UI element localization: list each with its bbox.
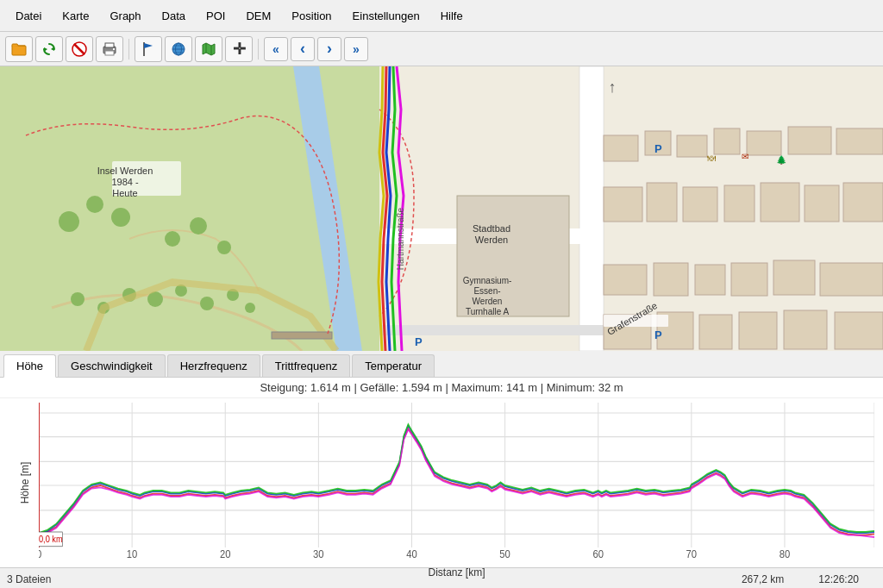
menubar: Datei Karte Graph Data POI DEM Position … (0, 0, 883, 32)
svg-text:↑: ↑ (609, 78, 617, 96)
svg-point-17 (59, 211, 79, 232)
svg-text:40: 40 (406, 547, 417, 560)
svg-text:Insel Werden: Insel Werden (97, 166, 153, 176)
prev-button[interactable]: ‹ (291, 37, 315, 61)
tab-trittfrequenz[interactable]: Trittfrequenz (262, 354, 351, 377)
svg-text:Essen-: Essen- (473, 286, 500, 296)
separator-2 (258, 39, 259, 59)
globe-button[interactable] (165, 36, 192, 62)
svg-text:10: 10 (127, 547, 138, 560)
menu-dem[interactable]: DEM (237, 6, 279, 26)
svg-point-20 (165, 231, 180, 247)
svg-point-30 (245, 303, 255, 313)
svg-marker-1 (51, 47, 54, 51)
svg-text:1984 -: 1984 - (111, 177, 139, 187)
menu-position[interactable]: Position (283, 6, 340, 26)
svg-point-23 (71, 292, 85, 306)
svg-rect-43 (836, 128, 883, 154)
svg-rect-52 (654, 263, 688, 296)
menu-hilfe[interactable]: Hilfe (432, 6, 472, 26)
svg-point-22 (217, 241, 231, 254)
separator-1 (128, 39, 129, 59)
svg-text:P: P (654, 142, 662, 155)
y-axis-label: Höhe [m] (19, 462, 31, 504)
graph-area: Steigung: 1.614 m | Gefälle: 1.594 m | M… (0, 378, 883, 567)
svg-text:0: 0 (39, 547, 41, 560)
svg-rect-55 (773, 260, 815, 295)
svg-rect-59 (699, 315, 732, 349)
svg-point-19 (111, 208, 130, 227)
svg-text:80: 80 (780, 547, 791, 560)
svg-rect-39 (677, 135, 707, 157)
graph-tabs: Höhe Geschwindigkeit Herzfrequenz Trittf… (0, 351, 883, 378)
map-container[interactable]: Insel Werden 1984 - Heute Stadtbad Werde… (0, 66, 883, 351)
open-button[interactable] (5, 36, 33, 62)
flag-button[interactable] (135, 36, 162, 62)
svg-rect-44 (604, 187, 642, 222)
svg-text:Hartmannstraße: Hartmannstraße (396, 207, 405, 270)
svg-text:70: 70 (686, 547, 698, 560)
svg-rect-6 (105, 43, 114, 47)
tab-geschwindigkeit[interactable]: Geschwindigkeit (58, 354, 166, 377)
svg-text:0,0 km: 0,0 km (39, 534, 63, 544)
map-svg: Insel Werden 1984 - Heute Stadtbad Werde… (0, 66, 883, 351)
svg-text:P: P (654, 328, 662, 341)
tab-temperatur[interactable]: Temperatur (352, 354, 435, 377)
svg-text:Werden: Werden (475, 235, 508, 245)
svg-rect-53 (695, 265, 725, 295)
menu-data[interactable]: Data (153, 6, 194, 26)
stop-button[interactable] (66, 36, 93, 62)
svg-text:🌲: 🌲 (776, 154, 787, 166)
crosshair-button[interactable]: ✛ (225, 36, 253, 62)
last-button[interactable]: » (344, 37, 368, 61)
svg-rect-8 (113, 48, 115, 50)
svg-rect-7 (105, 51, 114, 55)
print-button[interactable] (96, 36, 123, 62)
svg-marker-2 (44, 47, 47, 52)
svg-rect-46 (683, 187, 717, 222)
svg-rect-0 (12, 46, 26, 55)
menu-karte[interactable]: Karte (53, 6, 97, 26)
svg-rect-51 (604, 265, 647, 295)
svg-text:Werden: Werden (473, 297, 503, 306)
next-button[interactable]: › (317, 37, 341, 61)
map-button[interactable] (195, 36, 222, 62)
svg-rect-50 (843, 183, 883, 222)
svg-rect-54 (731, 263, 767, 296)
svg-rect-45 (647, 183, 677, 222)
svg-text:Turnhalle A: Turnhalle A (466, 307, 510, 316)
svg-rect-61 (784, 310, 827, 349)
svg-rect-49 (805, 185, 839, 222)
svg-rect-31 (272, 332, 332, 339)
svg-text:60: 60 (592, 547, 604, 560)
svg-text:Stadtbad: Stadtbad (473, 223, 510, 234)
svg-text:P: P (415, 335, 423, 348)
svg-text:50: 50 (499, 547, 510, 560)
svg-rect-56 (820, 263, 883, 296)
svg-text:Gymnasium-: Gymnasium- (463, 276, 512, 285)
svg-point-28 (200, 297, 214, 310)
tab-herzfrequenz[interactable]: Herzfrequenz (167, 354, 260, 377)
svg-text:✉: ✉ (742, 152, 748, 161)
chart-svg: 140 120 100 80 60 40 0 10 20 30 40 50 60… (39, 403, 874, 563)
svg-rect-47 (724, 185, 755, 222)
svg-rect-33 (579, 66, 604, 351)
refresh-button[interactable] (35, 36, 63, 62)
svg-text:30: 30 (313, 547, 324, 560)
menu-poi[interactable]: POI (197, 6, 234, 26)
menu-graph[interactable]: Graph (101, 6, 149, 26)
svg-rect-35 (379, 325, 621, 335)
svg-text:Heute: Heute (112, 188, 137, 198)
menu-einstellungen[interactable]: Einstellungen (344, 6, 429, 26)
svg-rect-41 (747, 131, 781, 155)
svg-point-18 (86, 196, 103, 213)
svg-rect-37 (604, 135, 638, 161)
svg-rect-48 (761, 183, 799, 222)
menu-datei[interactable]: Datei (7, 6, 50, 26)
svg-text:🍽: 🍽 (707, 153, 716, 163)
svg-point-21 (190, 217, 207, 235)
graph-stats: Steigung: 1.614 m | Gefälle: 1.594 m | M… (0, 378, 883, 398)
first-button[interactable]: « (264, 37, 288, 61)
tab-hoehe[interactable]: Höhe (3, 354, 56, 378)
x-axis-label: Distanz [km] (39, 566, 874, 579)
